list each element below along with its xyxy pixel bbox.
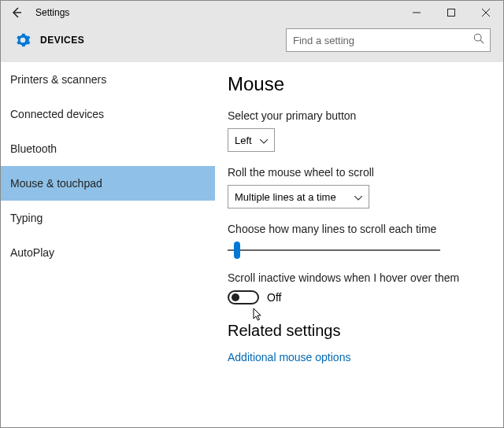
hover-scroll-toggle[interactable] xyxy=(228,290,259,304)
maximize-icon xyxy=(447,9,455,17)
gear-icon xyxy=(15,32,31,48)
window-controls xyxy=(399,1,503,24)
toggle-knob xyxy=(232,293,239,301)
hover-scroll-state: Off xyxy=(267,291,281,304)
sidebar-item-typing[interactable]: Typing xyxy=(1,201,215,235)
minimize-icon xyxy=(413,9,421,17)
sidebar-item-label: Connected devices xyxy=(10,108,104,120)
sidebar-item-autoplay[interactable]: AutoPlay xyxy=(1,235,215,270)
svg-point-1 xyxy=(474,34,481,41)
arrow-left-icon xyxy=(10,6,23,19)
lines-scroll-label: Choose how many lines to scroll each tim… xyxy=(228,223,487,235)
primary-button-value: Left xyxy=(235,135,252,146)
maximize-button[interactable] xyxy=(434,1,469,24)
search-wrap xyxy=(286,28,491,52)
slider-thumb[interactable] xyxy=(234,242,240,259)
wheel-scroll-dropdown[interactable]: Multiple lines at a time xyxy=(228,185,369,208)
window-title: Settings xyxy=(32,7,399,18)
search-icon xyxy=(473,33,484,47)
sidebar-item-label: Mouse & touchpad xyxy=(10,177,102,190)
sidebar-item-connected-devices[interactable]: Connected devices xyxy=(1,97,215,131)
main-content: Mouse Select your primary button Left Ro… xyxy=(215,62,503,427)
wheel-scroll-label: Roll the mouse wheel to scroll xyxy=(228,166,487,179)
svg-rect-0 xyxy=(448,9,455,17)
search-input[interactable] xyxy=(286,28,491,52)
gear-icon-wrap xyxy=(13,32,32,48)
chevron-down-icon xyxy=(354,191,362,203)
titlebar: Settings xyxy=(1,1,503,24)
primary-button-label: Select your primary button xyxy=(228,109,487,122)
wheel-scroll-value: Multiple lines at a time xyxy=(235,191,336,203)
sidebar-item-label: Bluetooth xyxy=(10,142,57,155)
sidebar-item-label: Printers & scanners xyxy=(10,73,106,86)
slider-track xyxy=(228,249,440,251)
cursor-icon xyxy=(253,308,264,325)
sidebar-item-label: AutoPlay xyxy=(10,246,54,259)
back-button[interactable] xyxy=(1,6,32,19)
header-band: DEVICES xyxy=(1,24,503,62)
close-button[interactable] xyxy=(469,1,503,24)
lines-scroll-slider[interactable] xyxy=(228,242,440,259)
related-settings-heading: Related settings xyxy=(228,322,487,340)
primary-button-dropdown[interactable]: Left xyxy=(228,128,275,152)
sidebar: Printers & scanners Connected devices Bl… xyxy=(1,62,215,427)
section-label: DEVICES xyxy=(40,35,286,46)
hover-scroll-toggle-row: Off xyxy=(228,290,487,304)
sidebar-item-bluetooth[interactable]: Bluetooth xyxy=(1,131,215,166)
sidebar-item-mouse-touchpad[interactable]: Mouse & touchpad xyxy=(1,166,215,201)
page-heading: Mouse xyxy=(228,73,487,95)
close-icon xyxy=(482,9,490,17)
additional-mouse-options-link[interactable]: Additional mouse options xyxy=(228,351,487,363)
hover-scroll-label: Scroll inactive windows when I hover ove… xyxy=(228,271,487,284)
sidebar-item-printers[interactable]: Printers & scanners xyxy=(1,62,215,97)
minimize-button[interactable] xyxy=(399,1,434,24)
chevron-down-icon xyxy=(260,135,268,146)
sidebar-item-label: Typing xyxy=(10,212,43,224)
